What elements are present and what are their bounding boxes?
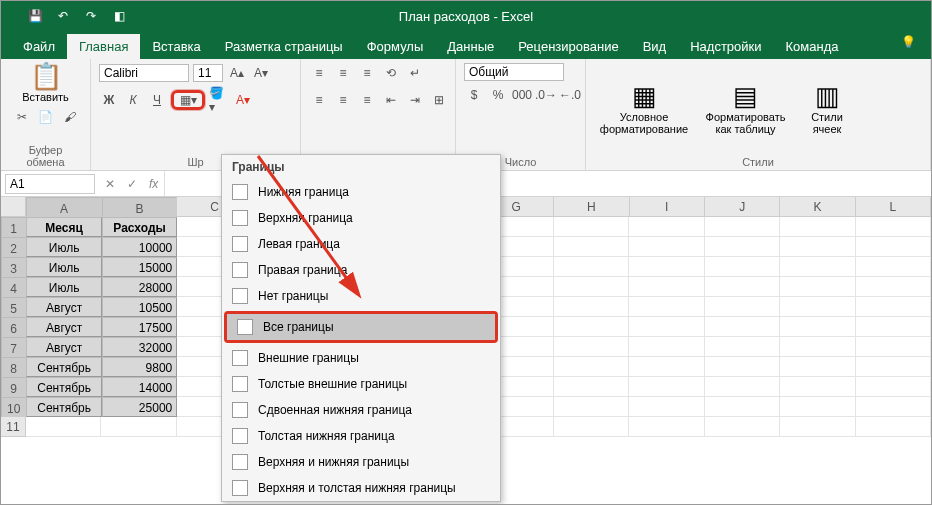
cell[interactable] bbox=[780, 397, 855, 417]
cell[interactable]: Июль bbox=[26, 237, 101, 257]
cut-icon[interactable]: ✂ bbox=[12, 107, 32, 127]
italic-button[interactable]: К bbox=[123, 90, 143, 110]
borders-button[interactable]: ▦▾ bbox=[171, 90, 205, 110]
format-painter-icon[interactable]: 🖌 bbox=[60, 107, 80, 127]
cell[interactable] bbox=[705, 377, 780, 397]
cell[interactable] bbox=[780, 357, 855, 377]
percent-icon[interactable]: % bbox=[488, 85, 508, 105]
cell[interactable] bbox=[554, 417, 629, 437]
align-top-icon[interactable]: ≡ bbox=[309, 63, 329, 83]
format-as-table-button[interactable]: ▤ Форматировать как таблицу bbox=[698, 83, 793, 135]
decrease-decimal-icon[interactable]: ←.0 bbox=[560, 85, 580, 105]
cell[interactable] bbox=[780, 337, 855, 357]
tab-file[interactable]: Файл bbox=[11, 34, 67, 59]
cell[interactable] bbox=[705, 397, 780, 417]
cell[interactable]: Июль bbox=[26, 257, 101, 277]
cell[interactable] bbox=[856, 237, 931, 257]
cell[interactable] bbox=[629, 297, 704, 317]
decrease-indent-icon[interactable]: ⇤ bbox=[381, 90, 401, 110]
cell[interactable] bbox=[629, 337, 704, 357]
font-size-select[interactable]: 11 bbox=[193, 64, 223, 82]
cell[interactable] bbox=[780, 377, 855, 397]
cell[interactable] bbox=[629, 377, 704, 397]
cell[interactable] bbox=[101, 417, 176, 437]
cell[interactable] bbox=[26, 417, 101, 437]
borders-menu-item[interactable]: Правая граница bbox=[222, 257, 500, 283]
comma-icon[interactable]: 000 bbox=[512, 85, 532, 105]
cell[interactable]: Август bbox=[26, 337, 101, 357]
cell[interactable] bbox=[856, 357, 931, 377]
cell[interactable] bbox=[554, 377, 629, 397]
align-right-icon[interactable]: ≡ bbox=[357, 90, 377, 110]
cell[interactable] bbox=[629, 257, 704, 277]
bold-button[interactable]: Ж bbox=[99, 90, 119, 110]
font-name-select[interactable]: Calibri bbox=[99, 64, 189, 82]
cell[interactable] bbox=[705, 217, 780, 237]
shrink-font-icon[interactable]: A▾ bbox=[251, 63, 271, 83]
cell[interactable] bbox=[705, 257, 780, 277]
cell[interactable] bbox=[780, 317, 855, 337]
tab-insert[interactable]: Вставка bbox=[140, 34, 212, 59]
number-format-select[interactable]: Общий bbox=[464, 63, 564, 81]
fx-icon[interactable]: fx bbox=[149, 177, 158, 191]
tab-view[interactable]: Вид bbox=[631, 34, 679, 59]
tab-formulas[interactable]: Формулы bbox=[355, 34, 436, 59]
select-all-corner[interactable] bbox=[1, 197, 26, 217]
paste-button[interactable]: 📋 Вставить bbox=[17, 63, 75, 103]
cell[interactable] bbox=[780, 277, 855, 297]
cell[interactable] bbox=[856, 217, 931, 237]
cell[interactable] bbox=[856, 277, 931, 297]
borders-menu-item[interactable]: Нет границы bbox=[222, 283, 500, 309]
cell[interactable]: 17500 bbox=[102, 317, 177, 337]
col-header[interactable]: A bbox=[26, 197, 102, 217]
increase-decimal-icon[interactable]: .0→ bbox=[536, 85, 556, 105]
col-header[interactable]: J bbox=[705, 197, 780, 217]
tab-data[interactable]: Данные bbox=[435, 34, 506, 59]
align-bottom-icon[interactable]: ≡ bbox=[357, 63, 377, 83]
tab-review[interactable]: Рецензирование bbox=[506, 34, 630, 59]
cell[interactable] bbox=[554, 277, 629, 297]
cell[interactable] bbox=[554, 217, 629, 237]
cell[interactable] bbox=[554, 317, 629, 337]
col-header[interactable]: B bbox=[102, 197, 178, 217]
borders-menu-item[interactable]: Верхняя граница bbox=[222, 205, 500, 231]
borders-menu-item[interactable]: Толстые внешние границы bbox=[222, 371, 500, 397]
cell[interactable] bbox=[705, 297, 780, 317]
conditional-formatting-button[interactable]: ▦ Условное форматирование bbox=[594, 83, 694, 135]
row-header[interactable]: 9 bbox=[1, 377, 26, 397]
tab-pagelayout[interactable]: Разметка страницы bbox=[213, 34, 355, 59]
row-header[interactable]: 4 bbox=[1, 277, 26, 297]
cell[interactable]: Расходы bbox=[102, 217, 177, 237]
underline-button[interactable]: Ч bbox=[147, 90, 167, 110]
cell[interactable]: 9800 bbox=[102, 357, 177, 377]
row-header[interactable]: 6 bbox=[1, 317, 26, 337]
col-header[interactable]: L bbox=[856, 197, 931, 217]
cell[interactable] bbox=[780, 257, 855, 277]
cell[interactable]: Август bbox=[26, 317, 101, 337]
redo-icon[interactable]: ↷ bbox=[82, 7, 100, 25]
cell[interactable]: 25000 bbox=[102, 397, 177, 417]
tab-team[interactable]: Команда bbox=[774, 34, 851, 59]
cell[interactable] bbox=[629, 237, 704, 257]
borders-menu-item[interactable]: Верхняя и нижняя границы bbox=[222, 449, 500, 475]
cell[interactable] bbox=[629, 277, 704, 297]
cell[interactable] bbox=[780, 297, 855, 317]
cancel-icon[interactable]: ✕ bbox=[105, 177, 115, 191]
col-header[interactable]: H bbox=[554, 197, 629, 217]
save-icon[interactable]: 💾 bbox=[26, 7, 44, 25]
borders-menu-item[interactable]: Нижняя граница bbox=[222, 179, 500, 205]
col-header[interactable]: K bbox=[780, 197, 855, 217]
cell[interactable]: Сентябрь bbox=[26, 397, 101, 417]
borders-menu-item[interactable]: Толстая нижняя граница bbox=[222, 423, 500, 449]
cell[interactable] bbox=[554, 237, 629, 257]
cell[interactable]: 10500 bbox=[102, 297, 177, 317]
cell[interactable] bbox=[780, 237, 855, 257]
cell[interactable] bbox=[705, 277, 780, 297]
cell[interactable] bbox=[780, 417, 855, 437]
row-header[interactable]: 1 bbox=[1, 217, 26, 237]
cell[interactable] bbox=[856, 297, 931, 317]
cell[interactable]: 14000 bbox=[102, 377, 177, 397]
borders-menu-item[interactable]: Все границы bbox=[227, 314, 495, 340]
fill-color-icon[interactable]: 🪣▾ bbox=[209, 90, 229, 110]
cell[interactable] bbox=[705, 317, 780, 337]
